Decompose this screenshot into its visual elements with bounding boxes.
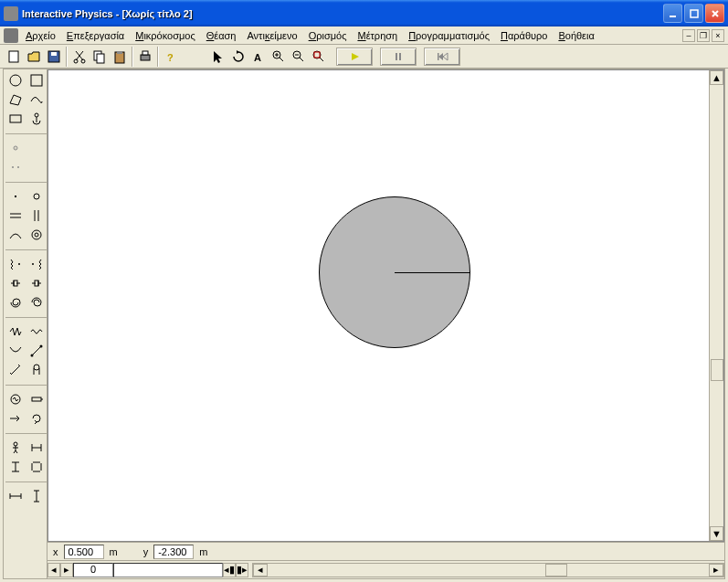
joint1-tool[interactable]: [5, 439, 26, 457]
reset-button[interactable]: [424, 48, 460, 66]
copy-button[interactable]: [90, 47, 110, 67]
zoom-in-tool[interactable]: [269, 47, 289, 67]
force2-tool[interactable]: [26, 323, 47, 341]
stop-button[interactable]: [380, 48, 417, 66]
rotspring2-tool[interactable]: [26, 293, 47, 312]
print-button[interactable]: [135, 47, 155, 67]
menu-measure[interactable]: Μέτρηση: [352, 28, 403, 43]
pin-tool[interactable]: [26, 187, 47, 206]
paste-icon: [112, 49, 127, 64]
frame-prev-button[interactable]: ◂: [47, 563, 60, 577]
scroll-thumb[interactable]: [711, 359, 723, 381]
svg-rect-11: [141, 55, 150, 60]
hbar-tool[interactable]: [5, 206, 26, 225]
menu-window[interactable]: Παράθυρο: [495, 28, 553, 43]
rotate-tool[interactable]: [228, 47, 248, 67]
svg-rect-42: [32, 397, 41, 401]
svg-rect-8: [97, 54, 104, 63]
actuator-tool[interactable]: [26, 390, 47, 408]
svg-point-40: [34, 365, 39, 370]
horizontal-scrollbar[interactable]: ◂ ▸: [252, 563, 724, 577]
scroll-up-button[interactable]: ▲: [710, 70, 723, 85]
measure2-tool[interactable]: [26, 487, 47, 505]
rotspring1-tool[interactable]: [5, 293, 26, 312]
mdi-app-icon[interactable]: [4, 28, 18, 43]
mdi-minimize-button[interactable]: –: [682, 29, 695, 42]
scroll-down-button[interactable]: ▼: [710, 526, 723, 541]
close-button[interactable]: [705, 4, 724, 23]
polygon-tool[interactable]: [5, 90, 26, 109]
minimize-button[interactable]: [663, 4, 682, 23]
damper2-tool[interactable]: [26, 274, 47, 292]
force1-tool[interactable]: [5, 323, 26, 341]
spring1-tool[interactable]: [5, 255, 26, 273]
new-button[interactable]: [4, 47, 24, 67]
mdi-close-button[interactable]: ×: [712, 29, 724, 42]
menu-file[interactable]: Αρχείο: [20, 28, 61, 43]
svg-point-33: [35, 233, 38, 237]
open-button[interactable]: [24, 47, 44, 67]
y-unit: m: [197, 546, 209, 557]
ruler-h-icon: [8, 489, 23, 503]
rect-tool[interactable]: [5, 110, 26, 128]
title-bar: Interactive Physics - [Χωρίς τίτλο 2]: [0, 0, 728, 26]
pulley-tool[interactable]: [26, 361, 47, 379]
menu-script[interactable]: Προγραμματισμός: [403, 28, 495, 43]
frame-step-back-button[interactable]: ◂▮: [223, 563, 236, 577]
zoom-out-tool[interactable]: [289, 47, 309, 67]
force-tool[interactable]: [5, 409, 26, 428]
curved-icon: [29, 92, 44, 107]
frame-step-fwd-button[interactable]: ▮▸: [236, 563, 248, 577]
help-button[interactable]: ?: [161, 47, 181, 67]
save-button[interactable]: [44, 47, 64, 67]
sep-tool[interactable]: [5, 361, 26, 379]
square-tool[interactable]: [26, 71, 47, 90]
menu-object[interactable]: Αντικείμενο: [241, 28, 302, 43]
circle-tool[interactable]: [5, 71, 26, 90]
vbar-tool[interactable]: [26, 206, 47, 225]
rod-tool[interactable]: [26, 342, 47, 360]
gear-tool[interactable]: [26, 226, 47, 244]
menu-define[interactable]: Ορισμός: [303, 28, 353, 43]
svg-rect-1: [691, 10, 698, 17]
menu-world[interactable]: Μικρόκοσμος: [130, 28, 201, 43]
scroll-right-button[interactable]: ▸: [709, 564, 723, 577]
curve-tool[interactable]: [5, 226, 26, 244]
small-point-tool[interactable]: [5, 187, 26, 206]
spring2-tool[interactable]: [26, 255, 47, 273]
pointer-tool[interactable]: [208, 47, 228, 67]
run-button[interactable]: [336, 48, 373, 66]
scroll-left-button[interactable]: ◂: [253, 564, 268, 577]
hscroll-thumb[interactable]: [545, 564, 567, 577]
maximize-button[interactable]: [684, 4, 703, 23]
cut-button[interactable]: [69, 47, 90, 67]
menu-help[interactable]: Βοήθεια: [553, 28, 599, 43]
menu-view[interactable]: Θέαση: [201, 28, 242, 43]
joint4-tool[interactable]: [26, 458, 47, 476]
text-tool[interactable]: A: [248, 47, 269, 67]
paste-button[interactable]: [110, 47, 130, 67]
frame-next-button[interactable]: ▸: [60, 563, 73, 577]
joint2-tool[interactable]: [26, 439, 47, 457]
svg-rect-23: [31, 75, 42, 86]
zoom-fit-tool[interactable]: [309, 47, 329, 67]
torque-tool[interactable]: [26, 409, 47, 428]
motor-tool[interactable]: [5, 390, 26, 408]
frame-value[interactable]: 0: [73, 563, 113, 577]
point2-tool[interactable]: [5, 158, 26, 176]
actuator-icon: [29, 392, 44, 407]
damper1-tool[interactable]: [5, 274, 26, 292]
measure1-tool[interactable]: [5, 487, 26, 505]
save-icon: [47, 49, 61, 64]
mdi-restore-button[interactable]: ❐: [697, 29, 710, 42]
anchor-tool[interactable]: [26, 110, 47, 128]
menu-edit[interactable]: Επεξεργασία: [61, 28, 130, 43]
frame-track[interactable]: [113, 563, 223, 577]
rope-tool[interactable]: [5, 342, 26, 360]
menu-bar: Αρχείο Επεξεργασία Μικρόκοσμος Θέαση Αντ…: [0, 26, 728, 45]
curved-tool[interactable]: [26, 90, 47, 109]
vertical-scrollbar[interactable]: ▲ ▼: [709, 70, 723, 541]
point-tool[interactable]: [5, 139, 26, 157]
joint3-tool[interactable]: [5, 458, 26, 476]
canvas[interactable]: ▲ ▼: [47, 69, 724, 542]
